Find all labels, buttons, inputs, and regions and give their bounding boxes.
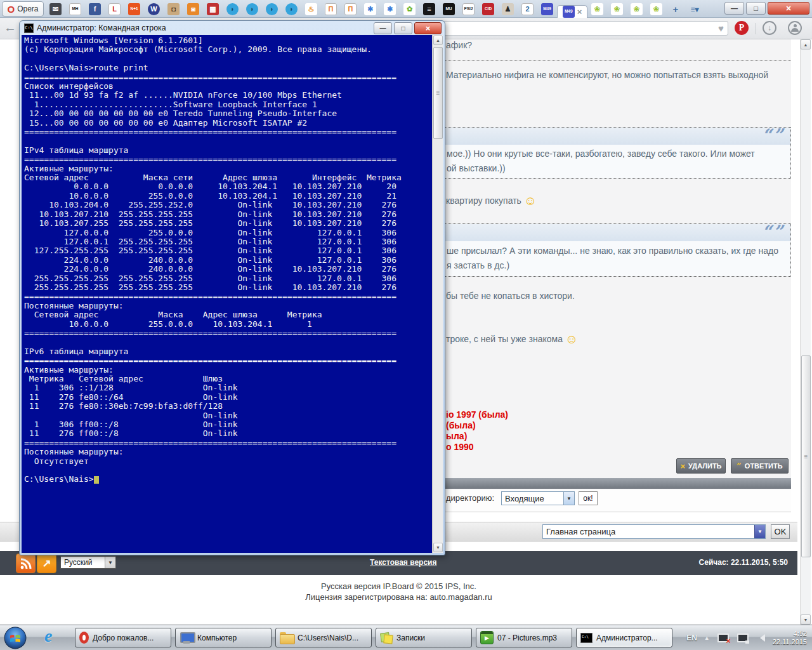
tab-asterisk-2[interactable]: ✱ [380,1,400,18]
cmd-restore-button[interactable]: □ [394,22,412,34]
scroll-up-button[interactable]: ▲ [801,39,811,50]
page-jump-ok-button[interactable]: OK [771,524,790,539]
opera-menu-button[interactable]: O Opera [2,1,44,17]
chevron-down-icon[interactable]: ▼ [754,525,765,538]
taskbar-button-media[interactable]: ▶ 07 - Pictures.mp3 [476,628,572,647]
start-button[interactable] [4,627,27,649]
directory-ok-button[interactable]: ок! [579,491,598,505]
taskbar-button-notes[interactable]: Записки [376,628,472,647]
tab-n-plus-1[interactable]: N+1 [124,1,144,18]
new-tab-button[interactable]: + [666,1,685,18]
tab-instagram[interactable]: ◘ [164,1,183,18]
tab-avatar[interactable]: ♟ [498,1,518,18]
account-icon[interactable] [788,21,802,35]
tab-favicon-blue-ball-3: ◗ [266,3,278,15]
download-icon[interactable]: ↓ [763,21,776,35]
quote-marks-icon: “” [762,222,784,241]
tab-cid[interactable]: CID [478,1,498,18]
internet-explorer-icon[interactable]: e [44,626,52,646]
cmd-close-button[interactable]: × [414,22,442,34]
tab-swan[interactable]: 2 [518,1,537,18]
tab-l-site[interactable]: L [105,1,124,18]
console-line: Активные маршруты: [24,366,402,375]
chevron-down-icon[interactable]: ▼ [105,557,115,568]
restore-button[interactable]: □ [746,2,766,15]
row-divider [438,512,791,512]
taskbar-button-cmd[interactable]: C:\ Администратор... [576,628,672,647]
tab-w-site[interactable]: W [144,1,164,18]
heart-icon[interactable]: ♥ [718,23,724,34]
close-button[interactable]: × [768,2,809,15]
tab-p-orange-2[interactable]: П [341,1,360,18]
console-line: 11 276 fe80::30eb:7c99:bfa3:d0ff/128 [24,402,402,411]
console-line: ========================================… [24,128,402,136]
cmd-scroll-up-button[interactable]: ▲ [433,36,443,45]
tab-leaf-3[interactable]: ❀ [627,1,646,18]
page-scrollbar[interactable]: ▲ ≡ ▼ [800,39,811,625]
cmd-scroll-down-button[interactable]: ▼ [433,543,443,552]
minimize-button[interactable]: — [724,2,744,15]
cmd-minimize-button[interactable]: — [374,22,392,34]
tab-m49[interactable]: M49 [537,1,557,18]
tab-asterisk-1[interactable]: ✱ [360,1,380,18]
tab-facebook[interactable]: f [85,1,105,18]
taskbar-button-label: 07 - Pictures.mp3 [497,633,557,642]
tab-leaf-2[interactable]: ❀ [607,1,627,18]
tab-mosaic-site[interactable]: ▦ [203,1,223,18]
show-hidden-icons[interactable]: ▲ [704,635,710,641]
taskbar-button-opera[interactable]: Добро пожалов... [75,628,171,647]
reply-button[interactable]: ” ОТВЕТИТЬ [731,458,789,474]
pinterest-icon[interactable]: P [735,21,749,35]
page-jump-select[interactable]: Главная страница ▼ [542,524,766,539]
tab-leaf-4[interactable]: ❀ [646,1,666,18]
console-line: ========================================… [24,439,402,448]
post-text-4: троке, с ней ты уже знакома ☺ [446,332,578,347]
cmd-window[interactable]: C:\ Администратор: Командная строка — □ … [19,20,445,555]
directory-select[interactable]: Входящие ▼ [501,491,575,505]
language-select[interactable]: Русский ▼ [60,556,116,569]
language-indicator[interactable]: EN [686,633,697,642]
tab-psi2[interactable]: PSI2 [459,1,478,18]
taskbar-button-folder[interactable]: C:\Users\Nais\D... [275,628,372,647]
tab-blue-ball-2[interactable]: ◗ [242,1,262,18]
tab-dark-site[interactable]: ≡ [419,1,439,18]
network-disconnected-icon: × [726,637,731,645]
signature-line: о 1990 [446,442,508,453]
tab-green-bird[interactable]: ✿ [400,1,419,18]
network-icon[interactable]: × [717,632,730,644]
tab-close-icon[interactable]: × [577,8,582,16]
back-icon[interactable]: ← [4,20,16,35]
tab-blue-ball-1[interactable]: ◗ [223,1,242,18]
tab-mh[interactable]: MH [65,1,85,18]
scrollbar-thumb[interactable]: ≡ [801,355,811,557]
cmd-window-title: Администратор: Командная строка [37,23,166,32]
text-version-link[interactable]: Текстовая версия [370,558,436,567]
cmd-scrollbar-thumb[interactable]: ≡ [433,47,443,139]
clock[interactable]: 4:52 22.11.2015 [773,630,807,646]
tab-blue-ball-4[interactable]: ◗ [282,1,301,18]
page-jump-value: Главная страница [543,525,754,538]
tab-mu[interactable]: MU [439,1,459,18]
tab-p-orange-1[interactable]: П [321,1,341,18]
volume-icon[interactable] [756,634,766,642]
tab-favicon-m49-active: M49 [563,6,575,18]
tab-menu-button[interactable]: ≡▾ [685,1,704,18]
tab-camera-site[interactable]: ◙ [183,1,203,18]
tab-favicon-n-plus-1: N+1 [128,3,140,15]
chevron-down-icon[interactable]: ▼ [563,492,574,505]
tab-m49-active[interactable]: M49 × [557,5,587,18]
cmd-scrollbar[interactable]: ▲ ≡ ▼ [432,35,443,553]
tab-hand-site[interactable]: ♨ [301,1,321,18]
display-icon[interactable] [737,632,749,644]
cmd-console[interactable]: Microsoft Windows [Version 6.1.7601](c) … [22,35,443,553]
rss-icon[interactable] [16,554,36,573]
taskbar-button-computer[interactable]: Компьютер [175,628,272,647]
tab-mail[interactable]: ✉ [46,1,65,18]
quote-text: ой выставки.)) [447,163,506,173]
scroll-down-button[interactable]: ▼ [801,614,811,625]
delete-button[interactable]: × УДАЛИТЬ [676,458,726,474]
tab-favicon-mosaic-site: ▦ [207,3,219,15]
tab-blue-ball-3[interactable]: ◗ [262,1,282,18]
tab-leaf-1[interactable]: ❀ [587,1,607,18]
go-top-icon[interactable]: ↗ [37,554,56,573]
